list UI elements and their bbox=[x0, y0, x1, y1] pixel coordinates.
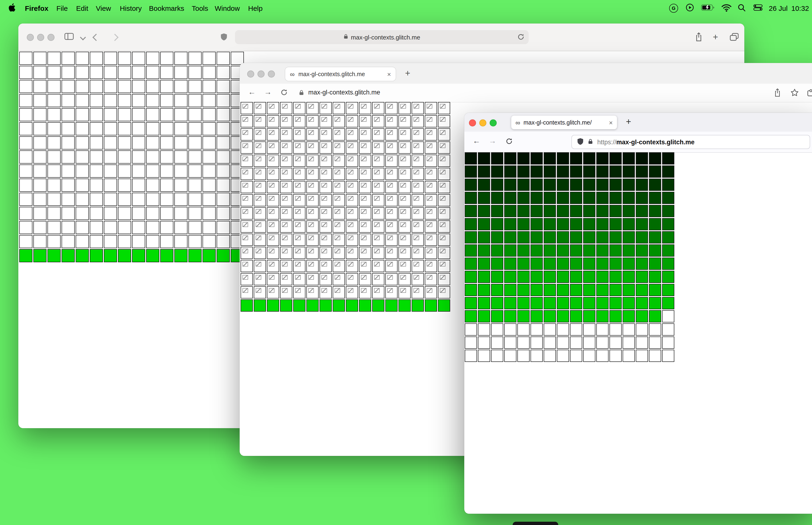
canvas-cell bbox=[412, 194, 424, 206]
canvas-cell bbox=[146, 179, 159, 192]
back-button[interactable]: ← bbox=[248, 88, 256, 96]
canvas-cell bbox=[132, 193, 145, 206]
canvas-cell bbox=[478, 310, 490, 322]
broken-image-icon bbox=[282, 236, 288, 240]
menu-window[interactable]: Window bbox=[215, 0, 240, 16]
canvas-cell bbox=[623, 179, 635, 191]
battery-menu-extra[interactable] bbox=[701, 0, 715, 16]
clock-date[interactable]: 26 Jul bbox=[769, 0, 787, 16]
browser-tab[interactable]: ∞ max-gl-contexts.glitch.me × bbox=[285, 67, 396, 81]
back-button[interactable]: ← bbox=[473, 137, 480, 145]
address-bar[interactable]: max-gl-contexts.glitch.me bbox=[308, 89, 380, 96]
broken-image-icon bbox=[321, 117, 327, 122]
menu-file[interactable]: File bbox=[56, 0, 68, 16]
broken-image-icon bbox=[361, 288, 367, 293]
firefox-toolbar: ← → https://max-gl-contexts.glitch.me bbox=[464, 132, 812, 153]
menu-bookmarks[interactable]: Bookmarks bbox=[149, 0, 184, 16]
browser-tab[interactable]: ∞ max-gl-contexts.glitch.me/ × bbox=[511, 116, 617, 129]
forward-button[interactable] bbox=[112, 35, 118, 40]
canvas-cell bbox=[385, 234, 398, 246]
app-menu-firefox[interactable]: Firefox bbox=[25, 0, 48, 16]
canvas-cell bbox=[596, 179, 609, 191]
minimize-window-button[interactable] bbox=[37, 34, 44, 41]
canvas-cell bbox=[306, 299, 319, 312]
canvas-cell bbox=[517, 179, 530, 191]
canvas-cell bbox=[47, 179, 61, 192]
sidebar-chevron-button[interactable] bbox=[81, 35, 85, 40]
canvas-cell bbox=[412, 260, 424, 272]
menu-tools[interactable]: Tools bbox=[192, 0, 208, 16]
wifi-menu-extra[interactable] bbox=[721, 0, 732, 16]
forward-button[interactable]: → bbox=[489, 137, 496, 145]
broken-image-icon bbox=[321, 144, 327, 148]
playback-menu-extra[interactable] bbox=[686, 0, 694, 16]
canvas-cell bbox=[62, 80, 75, 93]
control-center-menu-extra[interactable] bbox=[753, 0, 763, 16]
close-window-button[interactable] bbox=[469, 119, 476, 126]
canvas-cell bbox=[241, 141, 253, 154]
new-tab-button[interactable]: + bbox=[405, 69, 410, 77]
canvas-cell bbox=[280, 194, 292, 206]
forward-button[interactable]: → bbox=[264, 88, 272, 96]
broken-image-icon bbox=[256, 262, 261, 267]
dock-peek[interactable] bbox=[513, 522, 558, 525]
broken-image-icon bbox=[440, 209, 445, 214]
reload-button[interactable] bbox=[506, 138, 513, 146]
canvas-cell bbox=[241, 221, 253, 232]
menu-view[interactable]: View bbox=[96, 0, 111, 16]
close-tab-icon[interactable]: × bbox=[609, 119, 613, 126]
apple-menu[interactable] bbox=[9, 0, 16, 16]
canvas-cell bbox=[544, 231, 556, 243]
canvas-cell bbox=[174, 150, 187, 164]
canvas-cell bbox=[412, 234, 424, 246]
canvas-cell bbox=[372, 194, 384, 206]
canvas-cell bbox=[188, 80, 202, 93]
canvas-cell bbox=[583, 297, 595, 309]
broken-image-icon bbox=[256, 209, 261, 214]
close-tab-icon[interactable]: × bbox=[387, 71, 391, 77]
tab-overview-button[interactable] bbox=[730, 33, 739, 42]
new-tab-button[interactable]: + bbox=[626, 117, 631, 126]
reload-button[interactable] bbox=[280, 89, 288, 97]
minimize-window-button[interactable] bbox=[258, 71, 264, 77]
canvas-cell bbox=[202, 207, 216, 220]
zoom-window-button[interactable] bbox=[268, 71, 275, 77]
share-button[interactable] bbox=[774, 88, 781, 99]
broken-image-icon bbox=[243, 170, 248, 174]
new-tab-button[interactable]: + bbox=[713, 32, 718, 41]
minimize-window-button[interactable] bbox=[479, 119, 486, 126]
clock-time[interactable]: 10:32 bbox=[791, 0, 809, 16]
canvas-cell bbox=[47, 165, 61, 178]
canvas-cell bbox=[202, 122, 216, 135]
sidebar-button[interactable] bbox=[64, 33, 74, 41]
reload-button[interactable] bbox=[517, 33, 524, 42]
address-bar[interactable]: max-gl-contexts.glitch.me bbox=[235, 30, 528, 44]
zoom-window-button[interactable] bbox=[47, 34, 55, 41]
zoom-window-button[interactable] bbox=[490, 119, 497, 126]
firefox-window: ∞ max-gl-contexts.glitch.me/ × + ← → bbox=[464, 113, 812, 514]
menu-edit[interactable]: Edit bbox=[76, 0, 88, 16]
broken-image-icon bbox=[414, 222, 419, 227]
share-button[interactable] bbox=[695, 32, 703, 43]
canvas-cell bbox=[465, 205, 477, 217]
back-button[interactable] bbox=[93, 35, 99, 40]
canvas-cell bbox=[217, 249, 230, 262]
canvas-cell bbox=[188, 108, 202, 121]
canvas-cell bbox=[241, 194, 253, 206]
broken-image-icon bbox=[414, 156, 419, 161]
address-bar[interactable]: https://max-gl-contexts.glitch.me bbox=[571, 135, 810, 149]
canvas-cell bbox=[76, 122, 89, 135]
close-window-button[interactable] bbox=[27, 34, 34, 41]
menu-help[interactable]: Help bbox=[248, 0, 263, 16]
spotlight-menu-extra[interactable] bbox=[738, 0, 746, 16]
menu-history[interactable]: History bbox=[120, 0, 142, 16]
privacy-report-button[interactable] bbox=[220, 33, 227, 42]
canvas-cell bbox=[160, 150, 173, 164]
canvas-cell bbox=[649, 152, 661, 165]
extensions-button[interactable] bbox=[807, 88, 812, 98]
grammarly-menu-extra[interactable]: G bbox=[669, 0, 678, 16]
bookmark-button[interactable] bbox=[791, 88, 799, 98]
close-window-button[interactable] bbox=[247, 71, 254, 77]
canvas-cell bbox=[90, 66, 103, 79]
canvas-cell bbox=[504, 258, 517, 270]
